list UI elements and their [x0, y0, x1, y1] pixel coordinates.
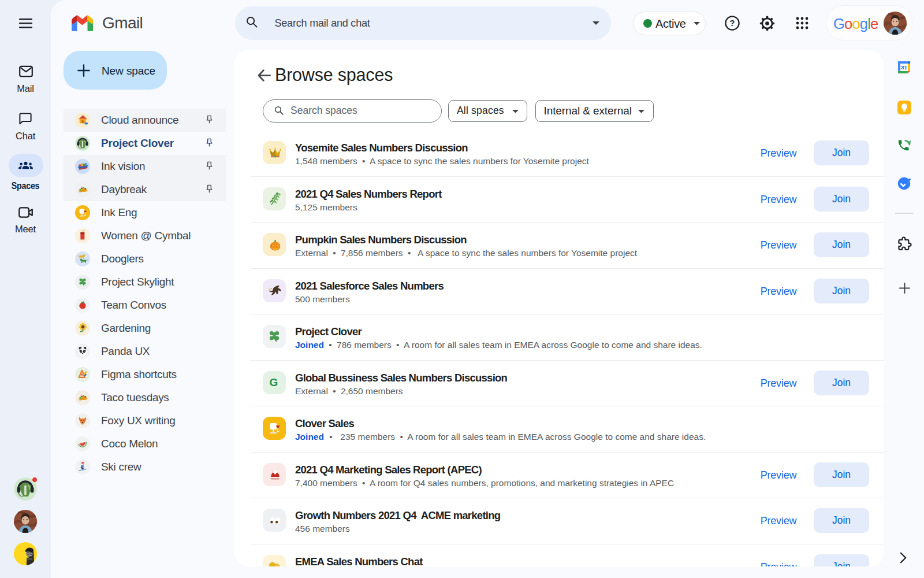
svg-text:31: 31: [901, 64, 908, 71]
svg-text:G: G: [270, 376, 278, 388]
svg-text:?: ?: [730, 18, 735, 28]
